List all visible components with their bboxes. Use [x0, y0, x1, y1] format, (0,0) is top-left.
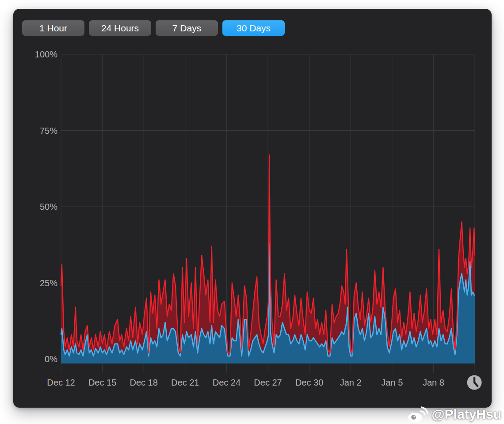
- x-tick-label: Dec 30: [295, 378, 323, 387]
- time-range-button-7-days[interactable]: 7 Days: [156, 20, 218, 36]
- time-range-button-24-hours[interactable]: 24 Hours: [89, 20, 151, 36]
- usage-history-panel: 0%25%50%75%100%Dec 12Dec 15Dec 18Dec 21D…: [13, 9, 492, 408]
- x-tick-label: Jan 2: [340, 378, 362, 387]
- watermark: @PlatyHsu: [407, 405, 501, 423]
- watermark-text: @PlatyHsu: [431, 407, 501, 422]
- cpu-usage-chart: 0%25%50%75%100%Dec 12Dec 15Dec 18Dec 21D…: [13, 9, 492, 408]
- y-tick-label: 100%: [35, 49, 57, 59]
- x-tick-label: Dec 15: [88, 378, 116, 387]
- y-tick-label: 75%: [40, 126, 57, 136]
- time-range-toolbar: 1 Hour24 Hours7 Days30 Days: [22, 20, 285, 36]
- time-range-button-30-days[interactable]: 30 Days: [222, 20, 285, 36]
- y-tick-label: 0%: [45, 354, 57, 364]
- y-tick-label: 25%: [40, 278, 57, 288]
- x-tick-label: Dec 24: [213, 378, 241, 387]
- x-tick-label: Jan 8: [423, 378, 444, 387]
- y-tick-label: 50%: [40, 202, 57, 212]
- clock-icon[interactable]: [467, 375, 482, 390]
- x-tick-label: Dec 12: [47, 378, 75, 387]
- x-tick-label: Dec 27: [254, 378, 282, 387]
- x-tick-label: Dec 21: [171, 378, 199, 387]
- x-tick-label: Dec 18: [130, 378, 158, 387]
- x-tick-label: Jan 5: [381, 378, 403, 387]
- time-range-button-1-hour[interactable]: 1 Hour: [22, 20, 84, 36]
- weibo-icon: [407, 405, 428, 423]
